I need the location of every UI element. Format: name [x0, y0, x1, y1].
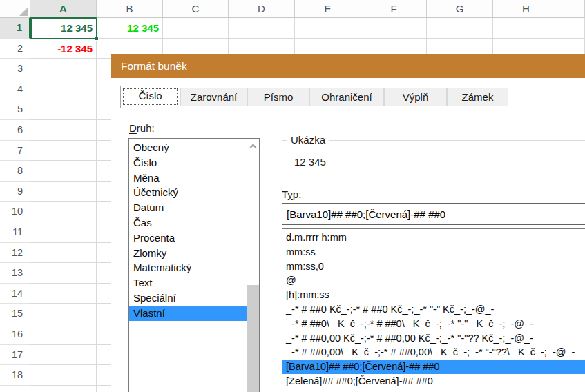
- cell-G1[interactable]: [427, 18, 493, 39]
- format-code-listbox: d.m.rrrr h:mmmm:ssmm:ss,0@[h]:mm:ss_-* #…: [282, 228, 585, 392]
- cell-A12[interactable]: [30, 243, 97, 264]
- row-header-9[interactable]: 9: [0, 182, 30, 202]
- cell-A9[interactable]: [30, 182, 97, 202]
- row-header-13[interactable]: 13: [0, 263, 30, 284]
- cell-A3[interactable]: [30, 59, 97, 79]
- format-code-item[interactable]: _-* # ##0\ _K_č_-;-* # ##0\ _K_č_-;_-* "…: [282, 317, 585, 331]
- column-header-H[interactable]: H: [493, 0, 559, 18]
- tab-číslo[interactable]: Číslo: [120, 86, 180, 108]
- category-item[interactable]: Datum: [129, 200, 259, 215]
- column-header-C[interactable]: C: [163, 0, 229, 18]
- tab-label: Zarovnání: [191, 91, 238, 103]
- tab-label: Ohraničení: [321, 91, 372, 103]
- row-header-12[interactable]: 12: [0, 243, 30, 264]
- preview-groupbox: Ukázka 12 345: [282, 140, 585, 179]
- category-item[interactable]: Obecný: [129, 140, 259, 155]
- format-cells-dialog: Formát buněk ČísloZarovnáníPísmoOhraniče…: [111, 54, 585, 392]
- tab-ohraničení[interactable]: Ohraničení: [309, 88, 384, 106]
- cell-A1[interactable]: 12 345: [30, 18, 97, 39]
- cell-F1[interactable]: [361, 18, 427, 39]
- cell-A2[interactable]: -12 345: [30, 39, 97, 59]
- cell-A11[interactable]: [30, 222, 97, 243]
- category-item[interactable]: Měna: [129, 170, 259, 186]
- cell-A7[interactable]: [30, 141, 97, 161]
- row-header-19[interactable]: 19: [0, 386, 30, 392]
- category-item[interactable]: Vlastní: [129, 306, 259, 321]
- select-all-corner[interactable]: [0, 0, 30, 18]
- format-code-item[interactable]: mm:ss,0: [282, 259, 585, 274]
- category-item[interactable]: Matematický: [129, 260, 259, 275]
- row-header-15[interactable]: 15: [0, 304, 30, 324]
- cell-A19[interactable]: [30, 386, 97, 392]
- column-header-D[interactable]: D: [229, 0, 295, 18]
- cell-A4[interactable]: [30, 79, 97, 100]
- row-header-1[interactable]: 1: [0, 18, 30, 39]
- row-header-18[interactable]: 18: [0, 365, 30, 386]
- tab-zarovnání[interactable]: Zarovnání: [180, 88, 247, 106]
- cell-D1[interactable]: [229, 18, 295, 39]
- row-header-4[interactable]: 4: [0, 79, 30, 100]
- row-header-11[interactable]: 11: [0, 222, 30, 243]
- cell-A18[interactable]: [30, 365, 97, 386]
- row-header-8[interactable]: 8: [0, 161, 30, 182]
- row-header-5[interactable]: 5: [0, 99, 30, 120]
- format-code-input[interactable]: [282, 203, 585, 225]
- row-header-16[interactable]: 16: [0, 324, 30, 345]
- tab-focus-rect: [123, 88, 178, 105]
- row-header-14[interactable]: 14: [0, 284, 30, 304]
- row-header-17[interactable]: 17: [0, 345, 30, 366]
- row-header-7[interactable]: 7: [0, 141, 30, 161]
- column-header-F[interactable]: F: [361, 0, 427, 18]
- tab-písmo[interactable]: Písmo: [247, 88, 309, 106]
- format-code-item[interactable]: @: [282, 273, 585, 288]
- cell-partial[interactable]: [559, 18, 585, 39]
- row-header-3[interactable]: 3: [0, 59, 30, 79]
- category-item[interactable]: Čas: [129, 215, 259, 231]
- format-code-item[interactable]: [Zelená]## ##0;[Červená]-## ##0: [282, 374, 585, 389]
- column-header-E[interactable]: E: [295, 0, 361, 18]
- column-header-G[interactable]: G: [427, 0, 493, 18]
- category-item[interactable]: Text: [129, 275, 259, 291]
- format-code-item[interactable]: _-* # ##0 Kč_-;-* # ##0 Kč_-;_-* "-" Kč_…: [282, 302, 585, 317]
- format-code-item[interactable]: d.m.rrrr h:mm: [282, 231, 585, 245]
- cell-A5[interactable]: [30, 99, 97, 120]
- row-header-10[interactable]: 10: [0, 202, 30, 222]
- cell-A14[interactable]: [30, 284, 97, 304]
- category-scrollbar[interactable]: [247, 139, 259, 392]
- category-item[interactable]: Účetnický: [129, 185, 259, 200]
- category-item[interactable]: Zlomky: [129, 246, 259, 261]
- cell-A13[interactable]: [30, 263, 97, 284]
- cell-E1[interactable]: [295, 18, 361, 39]
- cell-A6[interactable]: [30, 120, 97, 141]
- tab-zámek[interactable]: Zámek: [447, 88, 508, 106]
- format-code-item[interactable]: _-* # ##0,00\ _K_č_-;-* # ##0,00\ _K_č_-…: [282, 345, 585, 360]
- cell-A8[interactable]: [30, 161, 97, 182]
- row-header-2[interactable]: 2: [0, 39, 30, 59]
- tab-label: Zámek: [462, 91, 494, 103]
- cell-C1[interactable]: [163, 18, 229, 39]
- cell-A10[interactable]: [30, 202, 97, 222]
- dialog-titlebar[interactable]: Formát buněk: [111, 54, 585, 78]
- format-code-item[interactable]: mm:ss: [282, 245, 585, 259]
- category-listbox: ObecnýČísloMěnaÚčetnickýDatumČasProcenta…: [128, 138, 260, 392]
- format-code-item[interactable]: [h]:mm:ss: [282, 288, 585, 302]
- tab-výplň[interactable]: Výplň: [384, 88, 447, 106]
- format-code-item[interactable]: _-* # ##0,00 Kč_-;-* # ##0,00 Kč_-;_-* "…: [282, 331, 585, 346]
- category-item[interactable]: Číslo: [129, 155, 259, 170]
- format-code-item[interactable]: [Barva10]## ##0;[Červená]-## ##0: [282, 360, 585, 374]
- column-header-A[interactable]: A: [30, 0, 97, 18]
- cell-H1[interactable]: [493, 18, 559, 39]
- cell-B1[interactable]: 12 345: [97, 18, 163, 39]
- category-item[interactable]: Speciální: [129, 291, 259, 306]
- category-item[interactable]: Procenta: [129, 231, 259, 246]
- category-items: ObecnýČísloMěnaÚčetnickýDatumČasProcenta…: [129, 140, 259, 321]
- scrollbar-thumb[interactable]: [247, 285, 259, 392]
- scroll-up-icon[interactable]: [249, 144, 256, 151]
- row-header-6[interactable]: 6: [0, 120, 30, 141]
- cell-A15[interactable]: [30, 304, 97, 324]
- column-header-partial[interactable]: [559, 0, 585, 18]
- typ-label: Typ:: [282, 188, 301, 200]
- cell-A17[interactable]: [30, 345, 97, 366]
- column-header-B[interactable]: B: [97, 0, 163, 18]
- cell-A16[interactable]: [30, 324, 97, 345]
